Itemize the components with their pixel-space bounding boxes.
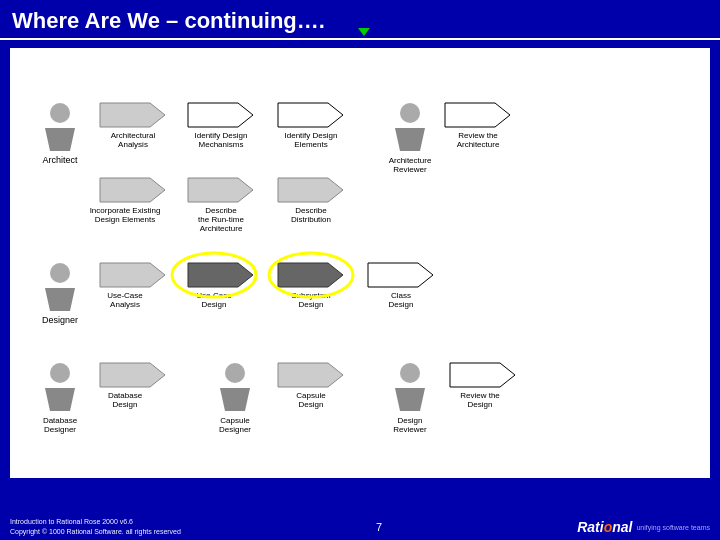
svg-text:Class: Class: [391, 291, 411, 300]
svg-marker-6: [188, 103, 253, 127]
svg-text:Design: Design: [389, 300, 414, 309]
svg-marker-39: [278, 263, 343, 287]
svg-text:Database: Database: [108, 391, 143, 400]
svg-text:Architecture: Architecture: [200, 224, 243, 233]
svg-point-46: [50, 363, 70, 383]
page-title: Where Are We – continuing….: [12, 8, 325, 33]
svg-text:Architecture: Architecture: [389, 156, 432, 165]
header: Where Are We – continuing….: [0, 0, 720, 40]
svg-marker-9: [278, 103, 343, 127]
svg-point-12: [400, 103, 420, 123]
svg-text:Capsule: Capsule: [220, 416, 250, 425]
svg-marker-32: [100, 263, 165, 287]
svg-text:Use-Case: Use-Case: [107, 291, 143, 300]
svg-text:Identify Design: Identify Design: [195, 131, 248, 140]
svg-text:Designer: Designer: [219, 425, 251, 434]
diagram-svg: Architect Architectural Analysis Identif…: [20, 58, 700, 468]
main-content: Architect Architectural Analysis Identif…: [10, 48, 710, 478]
logo-subtitle: unifying software teams: [636, 524, 710, 531]
svg-text:Identify Design: Identify Design: [285, 131, 338, 140]
svg-text:Architectural: Architectural: [111, 131, 156, 140]
svg-text:the Run-time: the Run-time: [198, 215, 244, 224]
rational-logo: Rational unifying software teams: [577, 519, 710, 535]
svg-text:Analysis: Analysis: [110, 300, 140, 309]
svg-point-29: [50, 263, 70, 283]
svg-marker-22: [188, 178, 253, 202]
svg-marker-1: [45, 128, 75, 151]
svg-text:Mechanisms: Mechanisms: [199, 140, 244, 149]
svg-marker-47: [45, 388, 75, 411]
svg-marker-30: [45, 288, 75, 311]
svg-text:Describe: Describe: [295, 206, 327, 215]
svg-text:Design: Design: [113, 400, 138, 409]
svg-text:Design: Design: [398, 416, 423, 425]
svg-point-53: [225, 363, 245, 383]
svg-text:Analysis: Analysis: [118, 140, 148, 149]
svg-text:Design Elements: Design Elements: [95, 215, 155, 224]
svg-text:Reviewer: Reviewer: [393, 425, 427, 434]
svg-marker-35: [188, 263, 253, 287]
footer: Introduction to Rational Rose 2000 v6.6 …: [0, 514, 720, 540]
svg-marker-50: [100, 363, 165, 387]
svg-text:Database: Database: [43, 416, 78, 425]
footer-copyright: Introduction to Rational Rose 2000 v6.6 …: [10, 517, 181, 537]
svg-text:Capsule: Capsule: [296, 391, 326, 400]
svg-marker-19: [100, 178, 165, 202]
svg-text:Incorporate Existing: Incorporate Existing: [90, 206, 161, 215]
svg-marker-64: [450, 363, 515, 387]
svg-marker-61: [395, 388, 425, 411]
header-arrow-icon: [358, 28, 370, 36]
svg-text:Architect: Architect: [42, 155, 78, 165]
svg-text:Describe: Describe: [205, 206, 237, 215]
svg-text:Design: Design: [202, 300, 227, 309]
svg-point-60: [400, 363, 420, 383]
svg-text:Review the: Review the: [460, 391, 500, 400]
svg-marker-54: [220, 388, 250, 411]
svg-text:Elements: Elements: [294, 140, 327, 149]
svg-text:Review the: Review the: [458, 131, 498, 140]
svg-text:Design: Design: [468, 400, 493, 409]
svg-marker-3: [100, 103, 165, 127]
svg-marker-26: [278, 178, 343, 202]
svg-text:Design: Design: [299, 300, 324, 309]
svg-marker-57: [278, 363, 343, 387]
svg-text:Architecture: Architecture: [457, 140, 500, 149]
svg-marker-16: [445, 103, 510, 127]
footer-page-number: 7: [376, 521, 382, 533]
svg-text:Designer: Designer: [44, 425, 76, 434]
svg-marker-13: [395, 128, 425, 151]
svg-text:Design: Design: [299, 400, 324, 409]
logo-text: Rational: [577, 519, 632, 535]
svg-text:Designer: Designer: [42, 315, 78, 325]
svg-text:Reviewer: Reviewer: [393, 165, 427, 174]
svg-marker-43: [368, 263, 433, 287]
svg-point-0: [50, 103, 70, 123]
svg-text:Distribution: Distribution: [291, 215, 331, 224]
